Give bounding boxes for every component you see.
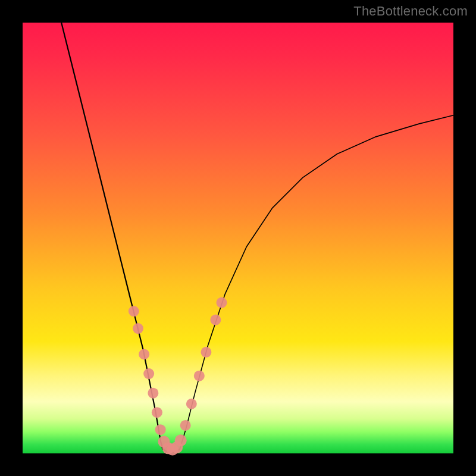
watermark-text: TheBottleneck.com — [353, 4, 468, 19]
chart-svg — [23, 23, 453, 453]
data-point — [152, 407, 162, 418]
data-point — [133, 323, 143, 334]
data-point — [175, 434, 187, 446]
data-point — [216, 298, 227, 308]
curve-group — [61, 23, 453, 452]
data-point — [143, 368, 154, 379]
data-point — [186, 399, 197, 409]
curve-right — [162, 115, 453, 452]
scatter-group — [129, 298, 227, 456]
data-point — [201, 347, 211, 358]
data-point — [210, 315, 221, 325]
data-point — [155, 424, 166, 435]
data-point — [180, 420, 191, 431]
curve-left — [61, 23, 180, 452]
plot-area — [23, 23, 453, 453]
chart-frame: TheBottleneck.com — [0, 0, 476, 476]
data-point — [194, 371, 205, 381]
data-point — [148, 388, 158, 399]
data-point — [129, 306, 139, 317]
data-point — [139, 349, 149, 359]
